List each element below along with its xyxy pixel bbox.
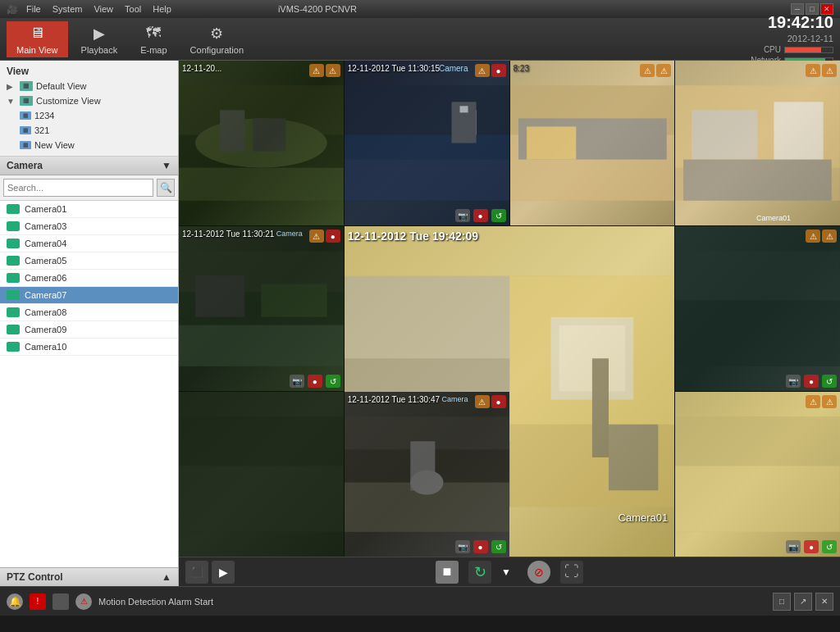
svg-rect-15 [527,126,576,159]
camera-panel-header[interactable]: Camera ▼ [0,157,178,175]
snapshot-btn-2[interactable]: 📷 [455,209,470,222]
cell-2-camera-label: Camera [439,64,468,73]
clock-display: 19:42:10 [768,13,833,32]
alert2-btn-4[interactable]: ⚠ [822,64,837,77]
camera-search-button[interactable]: 🔍 [157,179,175,197]
stop-btn-2[interactable]: ● [473,209,488,222]
menu-view[interactable]: View [90,2,116,16]
cell-5-controls-top: ⚠ ● [309,230,340,243]
status-btn-2[interactable]: ↗ [794,593,812,611]
video-cell-9[interactable]: 12-11-2012 Tue 11:30:47 Camera ⚠ ● 📷 ● ↺ [345,392,509,557]
video-cell-2[interactable]: 12-11-2012 Tue 11:30:15 ⚠ ● Camera 📷 ● ↺ [345,61,509,225]
alert2-btn-1[interactable]: ⚠ [326,64,340,77]
refresh-down-button[interactable]: ▼ [495,561,518,584]
camera-item-camera05[interactable]: Camera05 [0,252,178,270]
view-new-label: New View [34,140,75,150]
video-cell-1[interactable]: 12-11-20... ⚠ ⚠ [179,61,344,225]
view-321-item[interactable]: ▦ 321 [3,123,175,138]
stop-btn-7[interactable]: ● [804,375,819,388]
snapshot-btn-10[interactable]: 📷 [786,540,801,553]
alert-btn-5[interactable]: ⚠ [309,230,324,243]
camera-item-camera06[interactable]: Camera06 [0,270,178,287]
camera-item-camera10[interactable]: Camera10 [0,339,178,356]
play-btn-5[interactable]: ↺ [326,375,340,388]
status-btn-1[interactable]: □ [773,593,791,611]
alert-btn-9[interactable]: ⚠ [475,395,490,408]
alert-btn-7[interactable]: ⚠ [806,230,820,243]
camera-item-camera01[interactable]: Camera01 [0,201,178,218]
sidebar: View ▶ ▦ Default View ▼ ▦ Customize View… [0,61,179,586]
menu-file[interactable]: File [23,2,44,16]
stop-btn-9[interactable]: ● [473,540,488,553]
rec-btn-5[interactable]: ● [326,230,340,243]
alert2-btn-10[interactable]: ⚠ [822,395,837,408]
screen-select-button[interactable]: ⬛ [185,561,208,584]
camera-item-camera08[interactable]: Camera08 [0,304,178,321]
playback-button[interactable]: ▶ Playback [71,21,128,57]
snapshot-btn-5[interactable]: 📷 [290,375,304,388]
config-icon: ⚙ [207,24,226,43]
toolbar-left: 🖥 Main View ▶ Playback 🗺 E-map ⚙ Configu… [7,21,253,57]
default-view-item[interactable]: ▶ ▦ Default View [3,79,175,93]
alert-btn-1[interactable]: ⚠ [309,64,324,77]
emap-button[interactable]: 🗺 E-map [130,21,176,57]
cell-5-camera-label: Camera [276,230,303,238]
svg-rect-32 [592,358,609,457]
camera-item-camera09[interactable]: Camera09 [0,321,178,339]
alert-btn-4[interactable]: ⚠ [806,64,820,77]
video-cell-4[interactable]: ⚠ ⚠ Camera01 [675,61,840,225]
expand-panel-button[interactable]: ▶ [212,561,235,584]
cpu-label: CPU [764,45,781,54]
snapshot-btn-7[interactable]: 📷 [786,375,801,388]
cell-1-timestamp: 12-11-20... [182,64,221,73]
menu-system[interactable]: System [49,2,86,16]
camera-status-icon [7,256,20,266]
large-cell-camera-label: Camera01 [619,512,669,524]
play-btn-2[interactable]: ↺ [491,209,506,222]
fullscreen-button[interactable]: ⛶ [560,561,583,584]
view-1234-item[interactable]: ▦ 1234 [3,108,175,123]
view-new-item[interactable]: ▦ New View [3,138,175,152]
stop-all-button[interactable]: ■ [436,561,459,584]
alert2-btn-3[interactable]: ⚠ [656,64,671,77]
camera-item-camera07[interactable]: Camera07 [0,287,178,304]
camera-status-icon [7,290,20,300]
alert-btn-2[interactable]: ⚠ [475,64,490,77]
video-cell-5[interactable]: 12-11-2012 Tue 11:30:21 ⚠ ● Camera 📷 ● ↺ [179,226,344,391]
alert-btn-3[interactable]: ⚠ [640,64,655,77]
menu-tool[interactable]: Tool [121,2,144,16]
play-btn-9[interactable]: ↺ [491,540,506,553]
toolbar: 🖥 Main View ▶ Playback 🗺 E-map ⚙ Configu… [0,18,840,61]
video-cell-3[interactable]: 8:23 ⚠ ⚠ [510,61,675,225]
stop-btn-10[interactable]: ● [804,540,819,553]
stop-btn-5[interactable]: ● [308,375,322,388]
rec-btn-9[interactable]: ● [491,395,506,408]
customize-view-group: ▼ ▦ Customize View ▦ 1234 ▦ 321 ▦ New Vi… [3,93,175,152]
menu-help[interactable]: Help [149,2,175,16]
play-btn-7[interactable]: ↺ [822,375,837,388]
ptz-panel-header[interactable]: PTZ Control ▲ [0,567,178,586]
video-cell-10[interactable]: ⚠ ⚠ 📷 ● ↺ [675,392,840,557]
video-cell-8[interactable] [179,392,344,557]
play-btn-10[interactable]: ↺ [822,540,837,553]
camera-item-camera03[interactable]: Camera03 [0,218,178,235]
configuration-button[interactable]: ⚙ Configuration [180,21,253,57]
customize-view-label: Customize View [36,96,101,106]
default-view-label: Default View [36,81,87,91]
camera-item-camera04[interactable]: Camera04 [0,235,178,252]
camera-search-input[interactable] [3,179,153,197]
alert-btn-10[interactable]: ⚠ [806,395,820,408]
main-view-button[interactable]: 🖥 Main View [7,21,68,57]
refresh-button[interactable]: ↻ [468,561,491,584]
status-btn-3[interactable]: ✕ [815,593,833,611]
customize-view-item[interactable]: ▼ ▦ Customize View [3,93,175,108]
cell-9-controls: 📷 ● ↺ [455,540,506,553]
video-cell-7[interactable]: ⚠ ⚠ 📷 ● ↺ [675,226,840,391]
alert2-btn-7[interactable]: ⚠ [822,230,837,243]
snapshot-btn-9[interactable]: 📷 [455,540,470,553]
titlebar-left: 🎥 File System View Tool Help iVMS-4200 P… [7,2,357,16]
video-grid: 12-11-20... ⚠ ⚠ 12-11-2012 Tue 11:30:15 [179,61,840,557]
rec-btn-2[interactable]: ● [491,64,506,77]
record-stop-button[interactable]: ⊘ [527,561,550,584]
cell-5-timestamp: 12-11-2012 Tue 11:30:21 [182,230,274,239]
